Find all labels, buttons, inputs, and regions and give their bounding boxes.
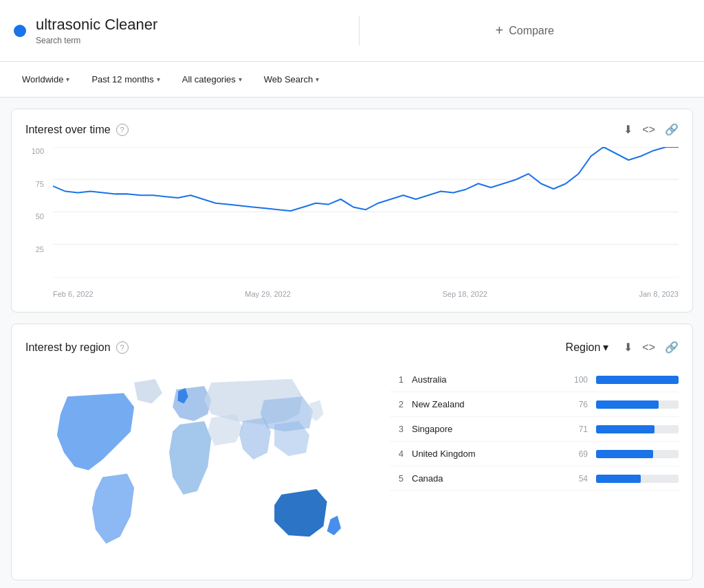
worldwide-filter[interactable]: Worldwide ▾ [14, 70, 78, 89]
interest-over-time-title-group: Interest over time ? [25, 124, 129, 136]
region-rank-3: 3 [390, 424, 404, 434]
y-label-100: 100 [25, 147, 50, 155]
region-dropdown-label: Region [566, 341, 601, 354]
timeframe-chevron: ▾ [157, 76, 160, 83]
compare-section[interactable]: + Compare [360, 23, 691, 38]
region-list: 1 Australia 100 2 New Zealand 76 [390, 368, 679, 566]
interest-by-region-actions: Region ▾ ⬇ <> 🔗 [560, 338, 679, 357]
region-bar-singapore [596, 425, 654, 433]
region-value-australia: 100 [567, 375, 588, 385]
region-name-newzealand: New Zealand [412, 399, 559, 409]
region-value-uk: 69 [567, 449, 588, 459]
world-map [25, 368, 376, 566]
search-type-label: Web Search [264, 74, 313, 84]
worldwide-chevron: ▾ [66, 76, 69, 83]
chart-svg [53, 147, 679, 278]
interest-by-region-card: Interest by region ? Region ▾ ⬇ <> 🔗 [11, 324, 693, 580]
y-label-75: 75 [25, 180, 50, 188]
interest-by-region-help[interactable]: ? [116, 341, 129, 354]
region-download-icon[interactable]: ⬇ [624, 341, 632, 354]
region-rank-2: 2 [390, 399, 404, 409]
search-term-section: ultrasonic Cleaner Search term [14, 16, 360, 45]
categories-label: All categories [182, 74, 236, 84]
region-bar-australia [596, 376, 679, 384]
region-name-canada: Canada [412, 473, 559, 484]
interest-over-time-help[interactable]: ? [116, 124, 129, 136]
share-icon[interactable]: 🔗 [665, 123, 679, 136]
region-name-australia: Australia [412, 374, 559, 385]
region-share-icon[interactable]: 🔗 [665, 341, 679, 354]
region-name-singapore: Singapore [412, 424, 559, 434]
region-item: 2 New Zealand 76 [390, 392, 679, 417]
region-bar-container-uk [596, 450, 679, 458]
region-bar-container-newzealand [596, 400, 679, 409]
download-icon[interactable]: ⬇ [624, 123, 632, 136]
region-bar-newzealand [596, 400, 659, 409]
region-bar-canada [596, 475, 641, 483]
timeframe-filter[interactable]: Past 12 months ▾ [83, 70, 168, 89]
chart-plot-area [53, 147, 679, 278]
world-map-svg [25, 368, 376, 566]
region-filter-group: Region ▾ [560, 338, 615, 357]
x-label-jan: Jan 8, 2023 [639, 290, 679, 298]
worldwide-label: Worldwide [22, 74, 63, 84]
y-label-50: 50 [25, 212, 50, 220]
interest-over-time-header: Interest over time ? ⬇ <> 🔗 [25, 123, 679, 136]
region-dropdown[interactable]: Region ▾ [560, 338, 615, 357]
region-item: 4 United Kingdom 69 [390, 442, 679, 466]
y-axis: 100 75 50 25 [25, 147, 50, 278]
chart-container: 100 75 50 25 [25, 147, 679, 298]
search-term-subtitle: Search term [36, 36, 157, 45]
region-value-newzealand: 76 [567, 400, 588, 409]
categories-chevron: ▾ [239, 76, 242, 83]
region-bar-uk [596, 450, 653, 458]
interest-by-region-header: Interest by region ? Region ▾ ⬇ <> 🔗 [25, 338, 679, 357]
region-dropdown-chevron: ▾ [603, 341, 608, 354]
search-term-title: ultrasonic Cleaner [36, 16, 157, 34]
interest-by-region-title: Interest by region [25, 341, 111, 354]
region-rank-5: 5 [390, 473, 404, 484]
region-content: 1 Australia 100 2 New Zealand 76 [25, 368, 679, 566]
region-item: 5 Canada 54 [390, 466, 679, 491]
x-axis: Feb 6, 2022 May 29, 2022 Sep 18, 2022 Ja… [53, 279, 679, 298]
region-embed-icon[interactable]: <> [642, 341, 655, 354]
region-name-uk: United Kingdom [412, 449, 559, 459]
interest-over-time-card: Interest over time ? ⬇ <> 🔗 100 75 50 25 [11, 109, 693, 313]
region-item: 1 Australia 100 [390, 368, 679, 392]
search-type-filter[interactable]: Web Search ▾ [256, 70, 327, 89]
region-item: 3 Singapore 71 [390, 417, 679, 442]
region-value-singapore: 71 [567, 425, 588, 434]
x-label-feb: Feb 6, 2022 [53, 290, 94, 298]
main-content: Interest over time ? ⬇ <> 🔗 100 75 50 25 [0, 98, 704, 588]
y-label-25: 25 [25, 245, 50, 253]
term-color-dot [14, 25, 26, 37]
search-term-info: ultrasonic Cleaner Search term [36, 16, 157, 45]
region-value-canada: 54 [567, 474, 588, 484]
search-type-chevron: ▾ [316, 76, 319, 83]
timeframe-label: Past 12 months [91, 74, 153, 84]
compare-plus-icon: + [496, 23, 504, 38]
categories-filter[interactable]: All categories ▾ [174, 70, 250, 89]
filters-bar: Worldwide ▾ Past 12 months ▾ All categor… [0, 62, 704, 98]
interest-by-region-title-group: Interest by region ? [25, 341, 129, 354]
embed-icon[interactable]: <> [642, 124, 655, 136]
x-label-sep: Sep 18, 2022 [442, 290, 487, 298]
header-bar: ultrasonic Cleaner Search term + Compare [0, 0, 704, 62]
region-bar-container-canada [596, 475, 679, 483]
compare-label: Compare [509, 25, 554, 37]
region-bar-container-singapore [596, 425, 679, 433]
region-rank-1: 1 [390, 374, 404, 385]
interest-over-time-actions: ⬇ <> 🔗 [624, 123, 679, 136]
region-rank-4: 4 [390, 449, 404, 459]
interest-over-time-title: Interest over time [25, 124, 111, 136]
region-bar-container-australia [596, 376, 679, 384]
x-label-may: May 29, 2022 [245, 290, 291, 298]
